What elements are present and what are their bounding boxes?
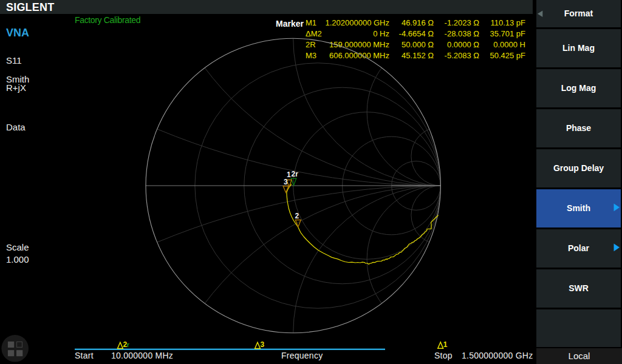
svg-text:1: 1 bbox=[443, 340, 448, 349]
svg-text:2: 2 bbox=[295, 212, 299, 220]
svg-text:r: r bbox=[127, 341, 130, 348]
svg-text:2r: 2r bbox=[292, 170, 299, 178]
svg-text:3: 3 bbox=[261, 340, 265, 349]
svg-text:3: 3 bbox=[284, 178, 288, 186]
